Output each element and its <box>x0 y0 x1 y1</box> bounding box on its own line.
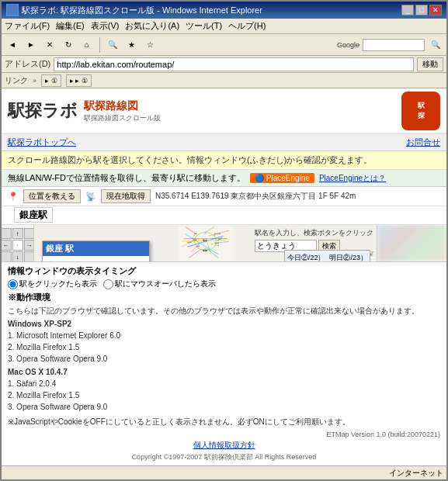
forward-button[interactable]: ► <box>23 37 39 53</box>
timing-option-2[interactable]: 駅にマウスオーバしたら表示 <box>103 279 216 289</box>
dir-northeast[interactable] <box>24 228 35 239</box>
menu-edit[interactable]: 編集(E) <box>56 20 85 32</box>
left-panel: ↑ ← · → ↓ ＋ － <box>2 225 34 261</box>
dir-center[interactable]: · <box>12 240 23 251</box>
env-browser-1-2: 2. Mozilla Firefox 1.5 <box>8 341 440 353</box>
dir-east[interactable]: → <box>24 240 35 251</box>
home-button[interactable]: ⌂ <box>79 37 95 53</box>
place-engine-button[interactable]: 🔵 PlaceEngine <box>250 173 314 183</box>
page-title: 駅探路線図 <box>84 99 161 113</box>
ie-icon <box>6 4 19 16</box>
nav-home-link[interactable]: 駅探ラボトップへ <box>8 137 76 148</box>
version-text: ETMap Version 1.0 (build:20070221) <box>326 431 440 438</box>
right-info-panel <box>377 225 446 261</box>
station-search-panel: 駅名を入力し、検索ボタンをクリック 検索 今日②/22） ☀ <box>255 228 373 252</box>
logo-sub: 駅探路線図 駅探路線図スクロール版 <box>84 99 161 123</box>
close-button[interactable]: ✕ <box>429 5 442 16</box>
refresh-button[interactable]: ↻ <box>61 37 76 53</box>
google-search-input[interactable] <box>363 39 425 51</box>
svg-point-20 <box>199 244 200 244</box>
page-header: 駅探ラボ 駅探路線図 駅探路線図スクロール版 駅探 <box>2 88 446 134</box>
logo-area: 駅探ラボ 駅探路線図 駅探路線図スクロール版 <box>8 99 161 123</box>
toolbar-btn-1[interactable]: ▸ ① <box>41 74 61 87</box>
info-bar: スクロール路線図から駅を選択してください。情報ウィンドウ(ふきだし)から確認が変… <box>2 151 446 170</box>
svg-point-18 <box>205 233 206 234</box>
main-area: ↑ ← · → ↓ ＋ － <box>2 225 446 261</box>
google-search-button[interactable]: 🔍 <box>428 37 443 53</box>
footer-links: 個人情報取扱方針 <box>8 440 440 451</box>
gps-bar: 無線LAN/W-FDで位置情報を取得し、最寄り駅に移動します。 🔵 PlaceE… <box>2 170 446 187</box>
search-label: 駅名を入力し、検索ボタンをクリック <box>255 228 373 238</box>
location-btn-2[interactable]: 現在地取得 <box>101 189 151 203</box>
timing-label-2: 駅にマウスオーバしたら表示 <box>115 279 216 289</box>
stop-button[interactable]: ✕ <box>42 37 57 53</box>
location-btn-1[interactable]: 位置を教える <box>23 189 81 203</box>
direction-pad: ↑ ← · → ↓ <box>2 228 34 261</box>
timing-option-1[interactable]: 駅をクリックたら表示 <box>8 279 97 289</box>
nav-bar: 駅探ラボトップへ お問合せ <box>2 134 446 151</box>
dir-northwest[interactable] <box>2 228 12 239</box>
back-button[interactable]: ◄ <box>5 37 20 53</box>
svg-point-21 <box>211 244 212 244</box>
privacy-link[interactable]: 個人情報取扱方針 <box>193 441 255 449</box>
content-area: 駅探ラボ 駅探路線図 駅探路線図スクロール版 駅探 駅探ラボトップへ お問合せ … <box>2 88 446 465</box>
coordinates: N35.6714 E139.7619 東京都中央区銀座六丁目 1F 5F 42m <box>155 191 356 202</box>
toolbar-btn-2[interactable]: ▸ ▸ ① <box>66 74 92 87</box>
popup-link-1[interactable]: 乗換・路線/注意/… <box>46 259 146 261</box>
dir-southwest[interactable] <box>2 251 12 261</box>
history-toolbar-button[interactable]: ☆ <box>142 37 158 53</box>
title-bar: 駅探ラボ: 駅探路線図スクロール版 - Windows Internet Exp… <box>2 2 446 19</box>
links-toolbar-btn: » <box>33 77 36 85</box>
dir-southeast[interactable] <box>24 251 35 261</box>
dir-north[interactable]: ↑ <box>12 228 23 239</box>
menu-help[interactable]: ヘルプ(H) <box>228 20 266 32</box>
env-os2: Mac OS X 10.4.7 <box>8 366 440 378</box>
menu-tools[interactable]: ツール(T) <box>186 20 222 32</box>
menu-favorites[interactable]: お気に入り(A) <box>125 20 179 32</box>
station-name: 銀座 <box>19 209 38 220</box>
dir-west[interactable]: ← <box>2 240 12 251</box>
timing-options: 駅をクリックたら表示 駅にマウスオーバしたら表示 <box>8 279 440 289</box>
footer-copyright: Copyright ©1997-2007 駅前探険倶楽部 All Rights … <box>8 452 440 462</box>
timing-heading: 情報ウィンドウの表示タイミング <box>8 265 440 277</box>
timing-radio-1[interactable] <box>8 279 18 289</box>
env-browser-2-3: 3. Opera Software Opera 9.0 <box>8 401 440 413</box>
address-input[interactable] <box>54 57 414 71</box>
svg-point-23 <box>214 234 215 235</box>
place-engine-link[interactable]: PlaceEngineとは？ <box>319 173 386 184</box>
menu-file[interactable]: ファイル(F) <box>5 20 50 32</box>
ekitan-logo: 駅探 <box>401 92 440 130</box>
timing-radio-2[interactable] <box>103 279 113 289</box>
gps-text: 無線LAN/W-FDで位置情報を取得し、最寄り駅に移動します。 <box>8 172 245 184</box>
svg-point-26 <box>189 243 189 244</box>
minimize-button[interactable]: _ <box>401 5 414 16</box>
maximize-button[interactable]: □ <box>415 5 428 16</box>
menu-view[interactable]: 表示(V) <box>91 20 120 32</box>
map-container[interactable]: 東京 新橋 神田 新日本橋 日本橋 八丁堀 有楽町 築地 新橋 浜松町 銀座 駅 <box>34 225 377 261</box>
dir-south[interactable]: ↓ <box>12 251 23 261</box>
tomorrow-weather: 明日②/23） ☂ <box>329 253 367 261</box>
env-browser-2-1: 1. Safari 2.0.4 <box>8 378 440 389</box>
weather-panel: 今日②/22） ☀ 明日②/23） ☂ <box>284 250 370 261</box>
env-browser-2-2: 2. Mozilla Firefox 1.5 <box>8 389 440 401</box>
env-browser-1-1: 1. Microsoft Internet Explorer 6.0 <box>8 330 440 341</box>
contact-link[interactable]: お問合せ <box>406 137 440 148</box>
toolbar: ◄ ► ✕ ↻ ⌂ 🔍 ★ ☆ Google 🔍 <box>2 34 446 56</box>
location-icon-2: 📡 <box>85 192 96 202</box>
svg-point-19 <box>205 248 206 249</box>
env-text1: こちらは下記のブラウザで確認しています。その他のブラウザでは表示や動作が正常に確… <box>8 305 440 317</box>
address-label: アドレス(D) <box>5 58 50 70</box>
title-bar-buttons: _ □ ✕ <box>401 5 442 16</box>
search-toolbar-button[interactable]: 🔍 <box>105 37 120 53</box>
go-button[interactable]: 移動 <box>417 57 443 71</box>
timing-label-1: 駅をクリックたら表示 <box>19 279 97 289</box>
weather-row: 今日②/22） ☀ 明日②/23） ☂ <box>287 253 367 261</box>
env-note: ※JavaScriptやCookieをOFFにしていると正しく表示されません。必… <box>8 416 440 427</box>
svg-point-22 <box>194 234 195 235</box>
tomorrow-label: 明日②/23） <box>329 253 367 261</box>
info-text: スクロール路線図から駅を選択してください。情報ウィンドウ(ふきだし)から確認が変… <box>8 155 372 164</box>
logo-text: 駅探ラボ <box>8 99 78 123</box>
favorites-toolbar-button[interactable]: ★ <box>123 37 139 53</box>
location-bar: 📍 位置を教える 📡 現在地取得 N35.6714 E139.7619 東京都中… <box>2 187 446 206</box>
title-bar-left: 駅探ラボ: 駅探路線図スクロール版 - Windows Internet Exp… <box>6 4 262 16</box>
